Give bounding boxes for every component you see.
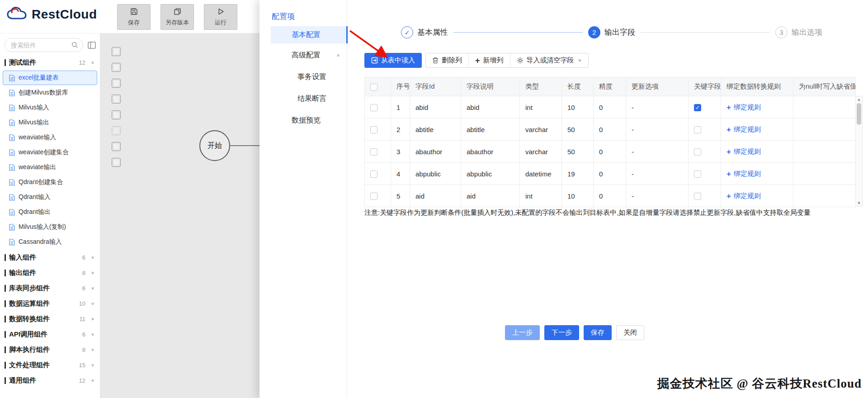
palette-icon[interactable] [112,142,121,151]
palette-icon[interactable] [112,95,121,104]
bind-rule-link[interactable]: +绑定规则 [726,170,761,178]
component-group[interactable]: 脚本执行组件8∨ [0,342,100,357]
read-from-table-button[interactable]: 从表中读入 [364,53,422,68]
default-value-cell[interactable] [793,163,856,185]
key-field-checkbox[interactable] [694,126,701,133]
component-group[interactable]: API调用组件6∨ [0,327,100,342]
bind-rule-link[interactable]: +绑定规则 [726,103,761,112]
component-group[interactable]: 库表同步组件6∨ [0,280,100,296]
row-checkbox[interactable] [370,193,377,200]
cell-length: 10 [562,185,594,207]
default-value-cell[interactable] [793,141,856,163]
chevron-down-icon[interactable]: ∨ [91,270,94,275]
row-checkbox[interactable] [370,171,377,178]
component-item[interactable]: Milvus输入(复制) [3,220,97,234]
config-menu-item[interactable]: 事务设置 [271,68,346,85]
cell-no: 1 [391,96,410,118]
save-button[interactable]: 保存 [117,4,151,30]
bind-rule-link[interactable]: +绑定规则 [726,192,761,200]
save-as-button[interactable]: 另存版本 [160,4,194,30]
palette-icon[interactable] [112,110,121,119]
bind-rule-link[interactable]: +绑定规则 [726,147,761,156]
chevron-down-icon[interactable]: ∨ [91,347,94,352]
chevron-down-icon[interactable]: ∨ [91,286,94,290]
flow-canvas[interactable]: 开始 [100,33,259,398]
footer-button-3[interactable]: 保存 [584,325,612,340]
scroll-down-icon[interactable]: ▼ [857,200,861,206]
default-value-cell[interactable] [793,185,856,207]
scrollbar-thumb[interactable] [857,103,861,125]
component-group[interactable]: 数据运算组件10∨ [0,296,100,311]
gear-column-button[interactable]: 导入或清空字段∨ [510,53,588,67]
start-node[interactable]: 开始 [199,130,230,161]
config-menu-item[interactable]: 高级配置∧ [271,47,346,64]
table-scrollbar[interactable]: ▲ ▼ [855,96,863,207]
footer-button-1[interactable]: 上一步 [505,325,540,340]
component-item[interactable]: 创建Milvus数据库 [3,85,97,100]
component-item[interactable]: Milvus输入 [3,100,97,115]
component-group[interactable]: 通用组件12∨ [0,373,100,388]
component-item[interactable]: weaviate输入 [3,130,97,145]
component-item[interactable]: weaviate输出 [3,160,97,175]
component-group[interactable]: 测试组件12∧ [0,55,100,70]
key-field-checkbox[interactable] [694,193,701,200]
chevron-up-icon[interactable]: ∧ [91,60,94,65]
column-header: 为null时写入缺省值 [793,77,856,96]
header-button-label: 运行 [215,19,226,27]
chevron-down-icon[interactable]: ∨ [91,363,94,367]
trash-column-button[interactable]: 删除列 [426,53,469,67]
palette-icon[interactable] [112,126,121,135]
component-item[interactable]: Cassandra输入 [3,235,97,249]
search-input[interactable] [11,42,69,49]
default-value-cell[interactable] [793,118,856,141]
run-button[interactable]: 运行 [204,4,237,30]
key-field-checkbox[interactable] [694,171,701,178]
plus-column-button[interactable]: +新增列 [469,53,510,67]
component-group[interactable]: 输出组件8∨ [0,265,100,280]
footer-button-2[interactable]: 下一步 [544,325,579,340]
key-field-checkbox[interactable] [694,148,701,156]
component-item[interactable]: Qdrant创建集合 [3,175,97,190]
component-item[interactable]: Qdrant输出 [3,205,97,219]
component-item[interactable]: Qdrant输入 [3,190,97,204]
config-menu-item[interactable]: 数据预览 [271,112,346,129]
table-row: 1abidabidint100-✓+绑定规则 [365,96,856,118]
chevron-down-icon[interactable]: ∨ [91,317,94,321]
config-menu-item[interactable]: 基本配置 [271,26,346,43]
group-marker [5,254,6,261]
key-field-checkbox[interactable]: ✓ [694,104,701,111]
palette-icon[interactable] [112,47,121,56]
row-checkbox[interactable] [370,104,377,111]
config-menu-item[interactable]: 结果断言 [271,90,346,107]
component-group[interactable]: 输入组件6∨ [0,250,100,265]
chevron-down-icon[interactable]: ∨ [91,378,94,383]
chevron-down-icon: ∨ [578,58,582,62]
scroll-up-icon[interactable]: ▲ [857,96,861,103]
default-value-cell[interactable] [793,96,856,118]
chevron-down-icon[interactable]: ∨ [91,332,94,336]
sidebar-collapse-icon[interactable] [87,41,96,50]
palette-icon[interactable] [112,158,121,167]
row-checkbox[interactable] [370,126,377,133]
component-item[interactable]: excel批量建表 [3,71,97,85]
select-all-checkbox[interactable] [370,84,377,91]
palette-icon[interactable] [112,63,121,72]
row-checkbox[interactable] [370,148,377,156]
chevron-down-icon[interactable]: ∨ [91,301,94,306]
footer-button-4[interactable]: 关闭 [616,325,644,340]
component-group-count: 6 [82,331,85,338]
column-actions-group: 删除列+新增列导入或清空字段∨ [425,53,589,68]
bind-rule-link[interactable]: +绑定规则 [726,125,761,134]
group-marker [5,346,6,353]
palette-icon[interactable] [112,79,121,88]
search-icon[interactable] [71,42,78,50]
chevron-down-icon[interactable]: ∨ [91,255,94,260]
cell-no: 4 [391,163,410,185]
group-marker [5,270,6,276]
chevron-up-icon[interactable]: ∧ [336,53,340,57]
component-group[interactable]: 数据转换组件11∨ [0,311,100,327]
component-item[interactable]: weaviate创建集合 [3,145,97,160]
component-group[interactable]: 文件处理组件15∨ [0,357,100,373]
component-group-count: 12 [79,59,85,66]
component-item[interactable]: Milvus输出 [3,115,97,130]
